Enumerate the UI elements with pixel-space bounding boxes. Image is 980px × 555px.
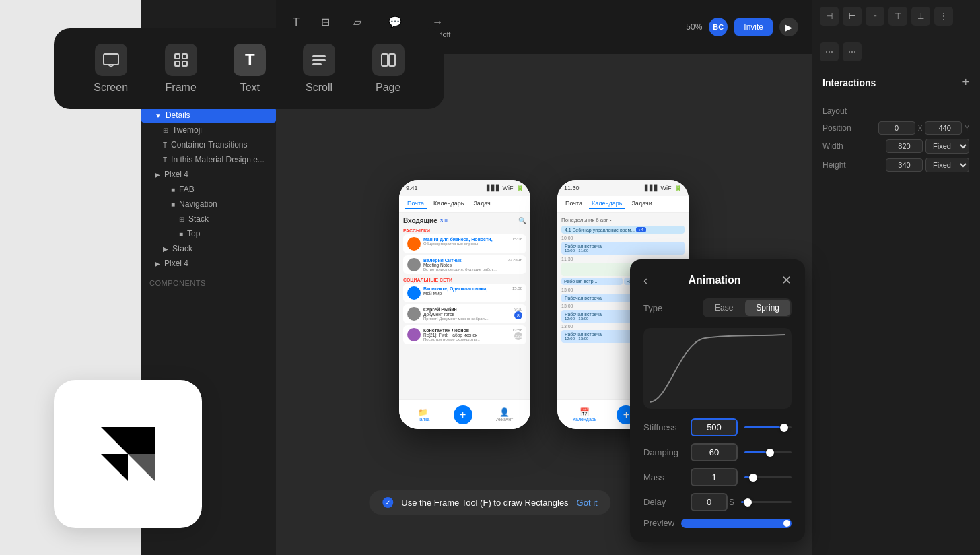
position-value: X Y	[878, 121, 969, 135]
layer-stack2[interactable]: ▶ Stack	[141, 241, 276, 256]
animation-back-button[interactable]: ‹	[643, 273, 648, 288]
ease-button[interactable]: Ease	[704, 300, 744, 316]
layer-details[interactable]: ▼ Details	[141, 108, 276, 123]
email-time-vk: 15:08	[512, 286, 522, 290]
svg-rect-5	[312, 55, 326, 57]
phone1-tab-calendar[interactable]: Календарь	[431, 199, 466, 209]
preview-track[interactable]	[681, 519, 792, 528]
delay-slider[interactable]	[741, 501, 792, 503]
height-value: Fixed Fill Auto	[886, 158, 969, 172]
spring-button[interactable]: Spring	[745, 300, 790, 316]
position-x-input[interactable]	[878, 121, 915, 135]
damping-slider[interactable]	[744, 451, 792, 453]
mass-label: Mass	[643, 472, 691, 482]
layer-twemoji[interactable]: ⊞ Twemoji	[141, 123, 276, 137]
delay-input[interactable]	[691, 493, 728, 511]
align-center-h-icon[interactable]: ⊢	[843, 7, 862, 26]
email-time-valeria: 22 сент.	[508, 258, 522, 262]
layer-container-transitions[interactable]: T Container Transitions	[141, 137, 276, 152]
align-left-icon[interactable]: ⊣	[820, 7, 839, 26]
phone1-fab[interactable]: +	[454, 405, 473, 424]
email-row-sergei[interactable]: Сергей Рыбин Документ готов Привет! Доку…	[403, 304, 526, 323]
phone2-nav: Почта Календарь Задачи	[557, 196, 689, 213]
align-top-icon[interactable]: ⊤	[888, 7, 907, 26]
more-icon[interactable]: ⋯	[843, 42, 862, 61]
damping-slider-thumb[interactable]	[766, 449, 774, 457]
pixel4-2-icon: ▶	[155, 260, 160, 267]
got-it-button[interactable]: Got it	[577, 498, 598, 508]
distribute-v-icon[interactable]: ⋯	[820, 42, 839, 61]
phone1-tab-folder[interactable]: 📁 Папка	[417, 407, 430, 422]
layer-pixel4-1[interactable]: ▶ Pixel 4	[141, 167, 276, 182]
animation-close-button[interactable]: ✕	[781, 273, 792, 288]
stack-icon: ⊞	[179, 216, 184, 223]
right-panel-toolbar: ⊣ ⊢ ⊦ ⊤ ⊥ ⋮ ⋯ ⋯	[812, 0, 980, 67]
svg-rect-7	[312, 63, 322, 65]
animation-curve-preview	[643, 328, 792, 409]
toolbar-frame[interactable]: Frame	[165, 44, 197, 94]
phone2-tab-mail[interactable]: Почта	[563, 199, 585, 209]
phone1-tab-tasks[interactable]: Задач	[470, 199, 493, 209]
align-center-v-icon[interactable]: ⊥	[911, 7, 930, 26]
layer-navigation[interactable]: ■ Navigation	[141, 197, 276, 211]
layer-pixel4-2[interactable]: ▶ Pixel 4	[141, 256, 276, 271]
email-subject-konstantin: Re[21]: Fwd: Набор иконок	[423, 333, 510, 337]
height-row: Height Fixed Fill Auto	[823, 158, 969, 172]
email-row-mailru[interactable]: Mail.ru для бизнеса, Новости, Общекорпор…	[403, 234, 526, 253]
components-section-title: Components	[141, 271, 276, 290]
height-input[interactable]	[886, 158, 923, 172]
layer-top[interactable]: ■ Top	[141, 226, 276, 241]
phone1-inbox-label: Входящие	[403, 217, 438, 224]
svg-rect-2	[182, 54, 187, 59]
toolbar-scroll[interactable]: Scroll	[303, 44, 335, 94]
email-row-vk[interactable]: Вконтакте, Одноклассники, Мой Мир 15:08	[403, 284, 526, 302]
stiffness-input[interactable]	[691, 418, 738, 436]
cal-event-small-1[interactable]: Рабочая встр...	[561, 278, 623, 285]
cal-event-meeting-1[interactable]: Рабочая встреча 10:00 - 11:00	[561, 242, 685, 255]
invite-button[interactable]: Invite	[734, 18, 773, 36]
animation-type-row: Type Ease Spring	[643, 298, 792, 317]
email-row-valeria[interactable]: Валерия Ситник Meeting Notes Встретились…	[403, 255, 526, 274]
align-right-icon[interactable]: ⊦	[866, 7, 884, 26]
tooltip-message: Use the Frame Tool (F) to draw Rectangle…	[401, 498, 568, 508]
phone2-tab-cal-bottom[interactable]: 📅 Календарь	[573, 407, 596, 422]
email-row-konstantin[interactable]: Константин Леонов Re[21]: Fwd: Набор ико…	[403, 325, 526, 344]
phone1-tab-mail[interactable]: Почта	[405, 199, 427, 209]
phone2-tab-calendar[interactable]: Календарь	[589, 199, 625, 209]
mass-slider-thumb[interactable]	[749, 474, 757, 482]
layer-material-label: In this Material Design e...	[171, 155, 265, 164]
play-button[interactable]: ▶	[779, 18, 798, 36]
distribute-h-icon[interactable]: ⋮	[934, 7, 953, 26]
sec-scroll-icon: ⊟	[321, 15, 330, 28]
animation-type-label: Type	[643, 303, 662, 313]
toolbar-screen[interactable]: Screen	[94, 44, 128, 94]
layer-in-this-material[interactable]: T In this Material Design e...	[141, 152, 276, 167]
width-input[interactable]	[886, 139, 923, 153]
toolbar-page[interactable]: Page	[372, 44, 405, 94]
layer-fab[interactable]: ■ FAB	[141, 182, 276, 197]
layer-pixel4-2-label: Pixel 4	[164, 259, 188, 268]
phone2-tab-tasks[interactable]: Задачи	[629, 199, 654, 209]
zoom-indicator[interactable]: 50%	[686, 22, 702, 32]
sec-toolbar-right: 50% BC Invite ▶	[686, 18, 798, 36]
phone1-nav: Почта Календарь Задач	[399, 196, 530, 213]
height-fixed-select[interactable]: Fixed Fill Auto	[925, 158, 969, 172]
add-interaction-button[interactable]: +	[962, 75, 969, 90]
layer-stack[interactable]: ⊞ Stack	[141, 211, 276, 226]
mass-slider[interactable]	[744, 476, 792, 478]
position-y-input[interactable]	[925, 121, 962, 135]
width-fixed-select[interactable]: Fixed Fill Auto	[925, 139, 969, 154]
toolbar-text[interactable]: T Text	[234, 44, 266, 94]
top-toolbar: Screen Frame T Text Scroll	[54, 28, 444, 109]
stiffness-slider-thumb[interactable]	[780, 424, 788, 432]
stiffness-slider[interactable]	[744, 426, 792, 428]
scroll-icon	[303, 44, 335, 76]
allday-event-label: 4.1 Вебинар управление врем...	[565, 228, 635, 232]
mass-input[interactable]	[691, 468, 738, 486]
phone1-tab-account[interactable]: 👤 Аккаунт	[496, 407, 513, 422]
height-label: Height	[823, 160, 846, 170]
email-content-vk: Вконтакте, Одноклассники, Мой Мир	[423, 286, 510, 296]
delay-slider-thumb[interactable]	[744, 498, 752, 507]
damping-input[interactable]	[691, 443, 738, 461]
svg-marker-12	[128, 454, 155, 481]
